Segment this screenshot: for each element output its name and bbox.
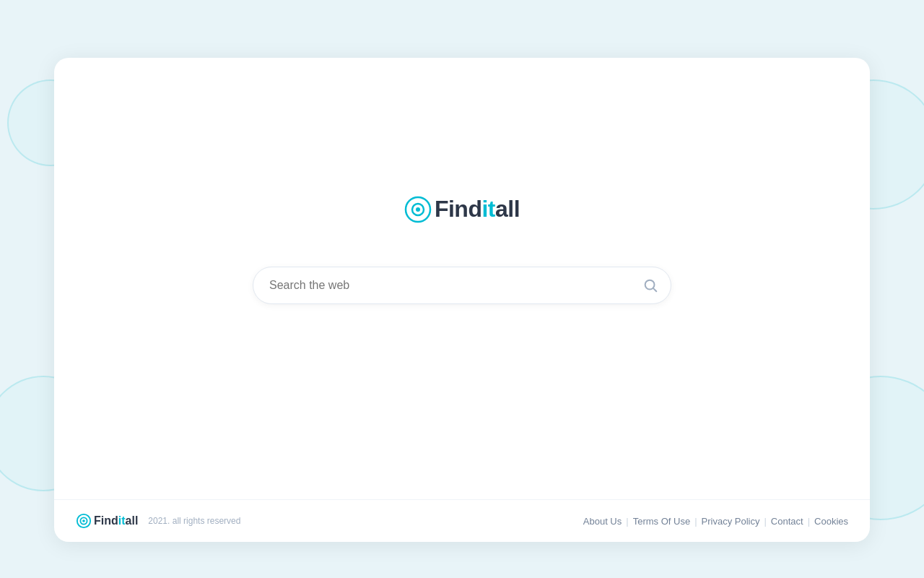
logo-find: Find [435,196,482,222]
search-input[interactable] [253,267,671,304]
search-icon [642,277,658,293]
contact-link[interactable]: Contact [771,516,803,527]
logo-it: it [481,196,495,222]
svg-point-2 [416,207,420,212]
separator-3: | [764,516,766,527]
footer-logo-find: Find [94,514,118,527]
footer-logo-icon [76,513,92,529]
footer-copyright: 2021. all rights reserved [148,516,240,526]
footer-left: Finditall 2021. all rights reserved [76,513,240,529]
search-button[interactable] [640,275,661,296]
about-us-link[interactable]: About Us [583,516,622,527]
search-container [253,267,671,304]
footer-logo-text: Finditall [94,514,138,527]
separator-1: | [626,516,628,527]
separator-2: | [694,516,697,527]
footer-links: About Us | Terms Of Use | Privacy Policy… [583,516,848,527]
logo: Finditall [404,196,520,223]
footer: Finditall 2021. all rights reserved Abou… [54,499,870,542]
cookies-link[interactable]: Cookies [814,516,848,527]
logo-all: all [495,196,520,222]
svg-point-7 [82,519,85,522]
logo-text: Finditall [435,196,520,223]
logo-icon [404,196,432,223]
privacy-policy-link[interactable]: Privacy Policy [702,516,760,527]
footer-logo-it: it [118,514,126,527]
footer-logo: Finditall [76,513,138,529]
footer-logo-all: all [126,514,139,527]
content-area: Finditall [54,58,870,499]
svg-line-4 [653,288,656,291]
main-card: Finditall Findital [54,58,870,542]
terms-of-use-link[interactable]: Terms Of Use [633,516,690,527]
separator-4: | [808,516,810,527]
